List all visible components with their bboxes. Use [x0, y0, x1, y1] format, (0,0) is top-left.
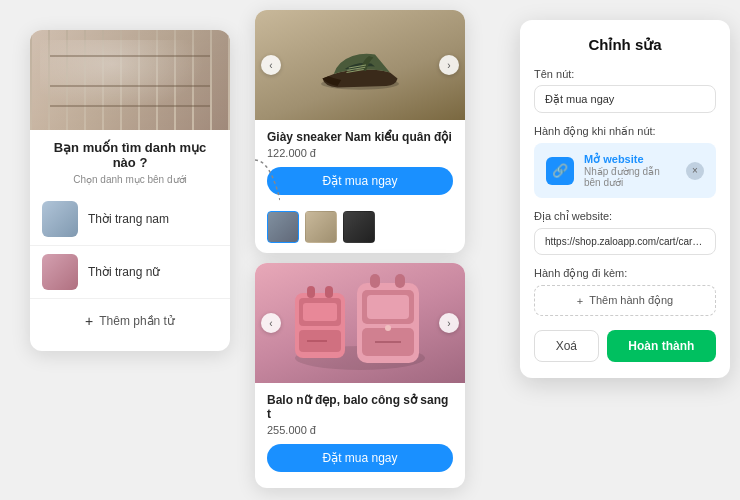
category-label-nam: Thời trang nam: [88, 212, 169, 226]
bottom-buy-button[interactable]: Đặt mua ngay: [267, 444, 453, 472]
website-label: Địa chỉ website:: [534, 210, 716, 223]
button-name-input[interactable]: [534, 85, 716, 113]
shoe-illustration: [315, 30, 405, 100]
plus-icon: +: [85, 313, 93, 329]
svg-rect-16: [395, 274, 405, 288]
svg-rect-7: [303, 303, 337, 321]
top-buy-button[interactable]: Đặt mua ngay: [267, 167, 453, 195]
category-thumb-nu: [42, 254, 78, 290]
action-label: Hành động khi nhấn nút:: [534, 125, 716, 138]
bottom-product-info: Balo nữ đẹp, balo công sở sang t 255.000…: [255, 383, 465, 488]
store-image: [30, 30, 230, 130]
thumbnail-strip: [255, 211, 465, 253]
category-item-nu[interactable]: Thời trang nữ: [30, 246, 230, 299]
add-action-label: Thêm hành động: [589, 294, 673, 307]
svg-rect-14: [367, 295, 409, 319]
link-icon: 🔗: [546, 157, 574, 185]
edit-panel: Chỉnh sửa Tên nút: Hành động khi nhấn nú…: [520, 20, 730, 378]
middle-area: ‹ › Giày sneaker Nam k: [255, 10, 465, 488]
thumb-2[interactable]: [305, 211, 337, 243]
button-name-label: Tên nút:: [534, 68, 716, 80]
action-card: 🔗 Mở website Nhấp đường dẫn bên dưới ×: [534, 143, 716, 198]
website-input[interactable]: [534, 228, 716, 255]
top-card-prev-arrow[interactable]: ‹: [261, 55, 281, 75]
thumb-3[interactable]: [343, 211, 375, 243]
top-product-info: Giày sneaker Nam kiểu quân đội 122.000 đ…: [255, 120, 465, 211]
category-card: Bạn muốn tìm danh mục nào ? Chọn danh mụ…: [30, 30, 230, 351]
backpack-illustration: [285, 268, 435, 378]
complete-button[interactable]: Hoàn thành: [607, 330, 716, 362]
svg-rect-9: [325, 286, 333, 298]
panel-title: Chỉnh sửa: [534, 36, 716, 54]
delete-button[interactable]: Xoá: [534, 330, 599, 362]
bottom-product-card: ‹: [255, 263, 465, 488]
panel-action-buttons: Xoá Hoàn thành: [534, 330, 716, 362]
top-card-next-arrow[interactable]: ›: [439, 55, 459, 75]
top-product-image: ‹ ›: [255, 10, 465, 120]
action-description: Nhấp đường dẫn bên dưới: [584, 166, 676, 188]
top-product-name: Giày sneaker Nam kiểu quân đội: [267, 130, 453, 144]
category-label-nu: Thời trang nữ: [88, 265, 160, 279]
svg-rect-15: [370, 274, 380, 288]
additional-action-label: Hành động đi kèm:: [534, 267, 716, 280]
category-thumb-nam: [42, 201, 78, 237]
top-product-card: ‹ › Giày sneaker Nam k: [255, 10, 465, 253]
category-card-title: Bạn muốn tìm danh mục nào ?: [30, 130, 230, 174]
thumb-1[interactable]: [267, 211, 299, 243]
bottom-product-price: 255.000 đ: [267, 424, 453, 436]
bottom-product-image: ‹: [255, 263, 465, 383]
category-item-nam[interactable]: Thời trang nam: [30, 193, 230, 246]
plus-icon-action: +: [577, 295, 583, 307]
bottom-card-prev-arrow[interactable]: ‹: [261, 313, 281, 333]
action-close-button[interactable]: ×: [686, 162, 704, 180]
bottom-product-name: Balo nữ đẹp, balo công sở sang t: [267, 393, 453, 421]
add-element-label: Thêm phần tử: [99, 314, 175, 328]
add-action-button[interactable]: + Thêm hành động: [534, 285, 716, 316]
bottom-card-next-arrow[interactable]: ›: [439, 313, 459, 333]
category-card-subtitle: Chọn danh mục bên dưới: [30, 174, 230, 193]
svg-rect-8: [307, 286, 315, 298]
action-text: Mở website Nhấp đường dẫn bên dưới: [584, 153, 676, 188]
top-product-price: 122.000 đ: [267, 147, 453, 159]
add-element-button[interactable]: + Thêm phần tử: [30, 303, 230, 339]
svg-point-19: [385, 325, 391, 331]
action-title: Mở website: [584, 153, 676, 166]
